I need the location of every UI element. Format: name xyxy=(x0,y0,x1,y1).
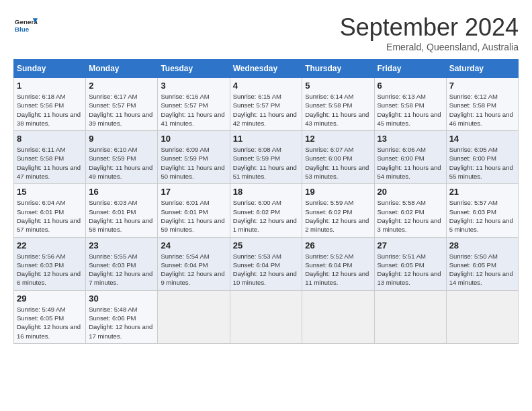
day-cell-21: 21 Sunrise: 5:57 AMSunset: 6:03 PMDaylig… xyxy=(446,184,518,237)
day-cell-15: 15 Sunrise: 6:04 AMSunset: 6:01 PMDaylig… xyxy=(14,184,86,237)
header-tuesday: Tuesday xyxy=(158,60,230,78)
header-friday: Friday xyxy=(374,60,446,78)
day-cell-18: 18 Sunrise: 6:00 AMSunset: 6:02 PMDaylig… xyxy=(230,184,302,237)
day-cell-16: 16 Sunrise: 6:03 AMSunset: 6:01 PMDaylig… xyxy=(86,184,158,237)
logo-icon: General Blue xyxy=(13,13,38,38)
title-block: September 2024 Emerald, Queensland, Aust… xyxy=(340,13,519,52)
empty-cell-4 xyxy=(374,290,446,343)
day-cell-29: 29 Sunrise: 5:49 AMSunset: 6:05 PMDaylig… xyxy=(14,290,86,343)
day-cell-22: 22 Sunrise: 5:56 AMSunset: 6:03 PMDaylig… xyxy=(14,237,86,290)
day-cell-6: 6 Sunrise: 6:13 AMSunset: 5:58 PMDayligh… xyxy=(374,78,446,131)
day-cell-12: 12 Sunrise: 6:07 AMSunset: 6:00 PMDaylig… xyxy=(302,131,374,184)
day-cell-17: 17 Sunrise: 6:01 AMSunset: 6:01 PMDaylig… xyxy=(158,184,230,237)
location-subtitle: Emerald, Queensland, Australia xyxy=(340,42,519,52)
day-cell-26: 26 Sunrise: 5:52 AMSunset: 6:04 PMDaylig… xyxy=(302,237,374,290)
day-cell-20: 20 Sunrise: 5:58 AMSunset: 6:02 PMDaylig… xyxy=(374,184,446,237)
day-cell-1: 1 Sunrise: 6:18 AMSunset: 5:56 PMDayligh… xyxy=(14,78,86,131)
month-title: September 2024 xyxy=(340,13,519,42)
day-cell-4: 4 Sunrise: 6:15 AMSunset: 5:57 PMDayligh… xyxy=(230,78,302,131)
empty-cell-2 xyxy=(230,290,302,343)
calendar-row-week1: 1 Sunrise: 6:18 AMSunset: 5:56 PMDayligh… xyxy=(14,78,519,131)
svg-text:Blue: Blue xyxy=(15,26,30,33)
day-cell-13: 13 Sunrise: 6:06 AMSunset: 6:00 PMDaylig… xyxy=(374,131,446,184)
day-cell-23: 23 Sunrise: 5:55 AMSunset: 6:03 PMDaylig… xyxy=(86,237,158,290)
day-cell-28: 28 Sunrise: 5:50 AMSunset: 6:05 PMDaylig… xyxy=(446,237,518,290)
logo: General Blue xyxy=(13,13,38,38)
day-cell-30: 30 Sunrise: 5:48 AMSunset: 6:06 PMDaylig… xyxy=(86,290,158,343)
day-cell-10: 10 Sunrise: 6:09 AMSunset: 5:59 PMDaylig… xyxy=(158,131,230,184)
calendar-row-week2: 8 Sunrise: 6:11 AMSunset: 5:58 PMDayligh… xyxy=(14,131,519,184)
empty-cell-3 xyxy=(302,290,374,343)
header-saturday: Saturday xyxy=(446,60,518,78)
day-cell-3: 3 Sunrise: 6:16 AMSunset: 5:57 PMDayligh… xyxy=(158,78,230,131)
day-cell-9: 9 Sunrise: 6:10 AMSunset: 5:59 PMDayligh… xyxy=(86,131,158,184)
header-wednesday: Wednesday xyxy=(230,60,302,78)
calendar-header-row: Sunday Monday Tuesday Wednesday Thursday… xyxy=(14,60,519,78)
day-cell-2: 2 Sunrise: 6:17 AMSunset: 5:57 PMDayligh… xyxy=(86,78,158,131)
day-cell-5: 5 Sunrise: 6:14 AMSunset: 5:58 PMDayligh… xyxy=(302,78,374,131)
day-cell-14: 14 Sunrise: 6:05 AMSunset: 6:00 PMDaylig… xyxy=(446,131,518,184)
calendar-row-week4: 22 Sunrise: 5:56 AMSunset: 6:03 PMDaylig… xyxy=(14,237,519,290)
header-thursday: Thursday xyxy=(302,60,374,78)
page-header: General Blue September 2024 Emerald, Que… xyxy=(13,13,519,52)
day-cell-25: 25 Sunrise: 5:53 AMSunset: 6:04 PMDaylig… xyxy=(230,237,302,290)
day-cell-8: 8 Sunrise: 6:11 AMSunset: 5:58 PMDayligh… xyxy=(14,131,86,184)
day-cell-27: 27 Sunrise: 5:51 AMSunset: 6:05 PMDaylig… xyxy=(374,237,446,290)
header-monday: Monday xyxy=(86,60,158,78)
day-cell-24: 24 Sunrise: 5:54 AMSunset: 6:04 PMDaylig… xyxy=(158,237,230,290)
calendar-table: Sunday Monday Tuesday Wednesday Thursday… xyxy=(13,59,519,344)
empty-cell-1 xyxy=(158,290,230,343)
day-cell-19: 19 Sunrise: 5:59 AMSunset: 6:02 PMDaylig… xyxy=(302,184,374,237)
empty-cell-5 xyxy=(446,290,518,343)
day-cell-7: 7 Sunrise: 6:12 AMSunset: 5:58 PMDayligh… xyxy=(446,78,518,131)
calendar-row-week3: 15 Sunrise: 6:04 AMSunset: 6:01 PMDaylig… xyxy=(14,184,519,237)
header-sunday: Sunday xyxy=(14,60,86,78)
calendar-row-week5: 29 Sunrise: 5:49 AMSunset: 6:05 PMDaylig… xyxy=(14,290,519,343)
day-cell-11: 11 Sunrise: 6:08 AMSunset: 5:59 PMDaylig… xyxy=(230,131,302,184)
